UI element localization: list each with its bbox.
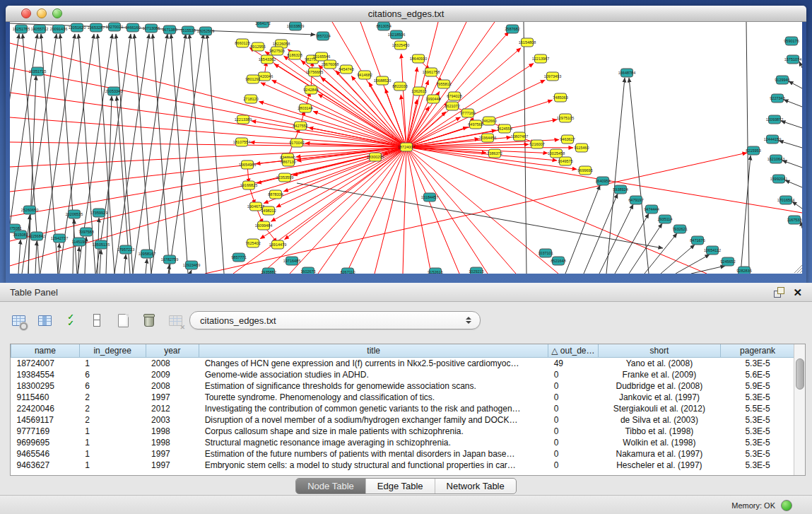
graph-node[interactable]: 1602675 — [300, 267, 315, 274]
table-cell[interactable]: 5.3E-5 — [721, 358, 795, 370]
table-cell[interactable]: Changes of HCN gene expression and I(f) … — [199, 358, 548, 370]
graph-edge[interactable] — [285, 147, 406, 240]
tab-edge-table[interactable]: Edge Table — [365, 479, 435, 493]
graph-edge[interactable] — [290, 147, 406, 274]
float-panel-icon[interactable] — [774, 287, 784, 298]
graph-node[interactable]: 15688520 — [374, 76, 391, 85]
memory-status-indicator[interactable] — [781, 500, 792, 511]
graph-node[interactable]: 8186328 — [287, 51, 302, 59]
graph-node[interactable]: 10025458 — [548, 149, 565, 158]
table-cell[interactable]: Franke et al. (2009) — [598, 369, 720, 380]
graph-edge[interactable] — [801, 221, 802, 228]
table-cell[interactable]: 2 — [79, 414, 146, 426]
table-cell[interactable]: 0 — [548, 414, 599, 426]
delete-column-icon[interactable] — [141, 312, 158, 329]
graph-node[interactable]: 8215953 — [746, 146, 760, 155]
graph-node[interactable]: 10958167 — [139, 250, 155, 258]
graph-edge[interactable] — [661, 245, 695, 274]
graph-node[interactable]: 13505135 — [93, 240, 110, 249]
graph-node[interactable]: 10807487 — [511, 132, 528, 141]
table-cell[interactable]: 5.3E-5 — [721, 460, 795, 471]
graph-node[interactable]: 20091436 — [50, 25, 67, 33]
table-cell[interactable]: Tourette syndrome. Phenomenology and cla… — [199, 392, 548, 403]
graph-edge[interactable] — [276, 147, 406, 207]
table-row[interactable]: 946362711997Embryonic stem cells: a mode… — [11, 460, 795, 471]
table-cell[interactable]: 1 — [79, 437, 146, 448]
column-header-year[interactable]: year — [146, 344, 199, 358]
table-cell[interactable]: 1997 — [146, 448, 199, 460]
graph-node[interactable]: 16914479 — [269, 240, 286, 249]
table-row[interactable]: 1830029562008Estimation of significance … — [11, 380, 795, 392]
graph-node[interactable]: 2718120 — [243, 95, 258, 103]
column-header-pagerank[interactable]: pagerank — [721, 344, 795, 358]
graph-edge[interactable] — [114, 34, 149, 274]
graph-node[interactable]: 16782759 — [161, 255, 178, 264]
table-cell[interactable]: 0 — [548, 369, 599, 380]
graph-node[interactable]: 25260650 — [21, 206, 38, 214]
graph-node[interactable]: 1640954 — [595, 177, 610, 185]
table-cell[interactable]: 2008 — [146, 358, 199, 370]
graph-edge[interactable] — [133, 34, 167, 274]
graph-edge[interactable] — [785, 180, 802, 187]
table-cell[interactable]: Tibbo et al. (1998) — [598, 426, 720, 437]
table-cell[interactable]: Wolkin et al. (1998) — [598, 437, 720, 448]
table-cell[interactable]: 1 — [79, 448, 146, 460]
table-row[interactable]: 2242004622012Investigating the contribut… — [11, 403, 795, 414]
graph-node[interactable]: 1649575 — [558, 157, 572, 165]
graph-node[interactable]: 9801291 — [245, 75, 260, 83]
graph-edge[interactable] — [169, 34, 204, 274]
table-cell[interactable]: 0 — [548, 403, 599, 414]
graph-node[interactable]: 2587682 — [505, 25, 519, 33]
graph-edge[interactable] — [629, 223, 662, 274]
graph-node[interactable]: 8867130 — [281, 158, 295, 166]
graph-edge[interactable] — [779, 141, 802, 148]
table-cell[interactable]: 18300295 — [11, 380, 80, 392]
table-cell[interactable]: 19384554 — [11, 369, 80, 380]
graph-node[interactable]: 9671385 — [162, 25, 177, 34]
graph-node[interactable]: 10653287 — [88, 23, 105, 32]
graph-edge[interactable] — [116, 34, 133, 274]
column-header-in_degree[interactable]: in_degree — [79, 344, 146, 358]
citation-network-graph[interactable]: 1872400786601238912955182260589827503165… — [10, 22, 802, 274]
graph-node[interactable]: 1990448 — [425, 95, 440, 103]
table-row[interactable]: 1456911722003Disruption of a novel membe… — [11, 414, 795, 426]
graph-node[interactable]: 8521648 — [551, 257, 565, 265]
graph-node[interactable]: 8267110 — [340, 268, 355, 274]
graph-node[interactable]: 12923469 — [183, 261, 200, 269]
graph-node[interactable]: 1362615 — [411, 87, 426, 95]
graph-node[interactable]: 8822033 — [392, 82, 407, 90]
graph-node[interactable]: 9227343 — [770, 94, 784, 103]
graph-node[interactable]: 19166825 — [240, 181, 257, 189]
graph-node[interactable]: 9242844 — [303, 86, 318, 94]
graph-node[interactable]: 20206535 — [66, 210, 83, 218]
graph-node[interactable]: 1145194 — [71, 238, 86, 246]
graph-node[interactable]: 1935882 — [261, 268, 276, 274]
table-cell[interactable]: 1 — [79, 358, 146, 370]
graph-node[interactable]: 17359929 — [90, 209, 107, 217]
table-cell[interactable]: 5.5E-5 — [721, 403, 795, 414]
table-cell[interactable]: 49 — [548, 358, 599, 370]
graph-node[interactable]: 7485063 — [553, 93, 567, 102]
graph-node[interactable]: 9699695 — [577, 166, 592, 175]
graph-node[interactable]: 16543362 — [259, 55, 276, 64]
table-row[interactable]: 969969511998Structural magnetic resonanc… — [11, 437, 795, 448]
graph-edge[interactable] — [401, 54, 406, 147]
table-cell[interactable]: 2003 — [146, 414, 199, 426]
table-cell[interactable]: 5.3E-5 — [721, 414, 795, 426]
table-cell[interactable]: de Silva et al. (2003) — [598, 414, 720, 426]
table-cell[interactable]: 1997 — [146, 392, 199, 403]
graph-node[interactable]: 17957223 — [117, 245, 134, 254]
graph-edge[interactable] — [645, 233, 677, 274]
graph-edge[interactable] — [691, 266, 725, 274]
graph-node[interactable]: 7857224 — [315, 32, 330, 40]
table-cell[interactable]: 2008 — [146, 380, 199, 392]
graph-node[interactable]: 8454743 — [339, 65, 353, 74]
row-stack-icon[interactable] — [88, 312, 105, 329]
graph-node[interactable]: 6216007 — [529, 140, 544, 148]
table-cell[interactable]: Genome-wide association studies in ADHD. — [199, 369, 548, 380]
table-cell[interactable]: 2 — [79, 392, 146, 403]
table-cell[interactable]: 0 — [548, 392, 599, 403]
table-cell[interactable]: Stergiakouli et al. (2012) — [598, 403, 720, 414]
graph-node[interactable]: 2064172 — [255, 22, 270, 28]
graph-node[interactable]: 7932621 — [672, 225, 687, 233]
